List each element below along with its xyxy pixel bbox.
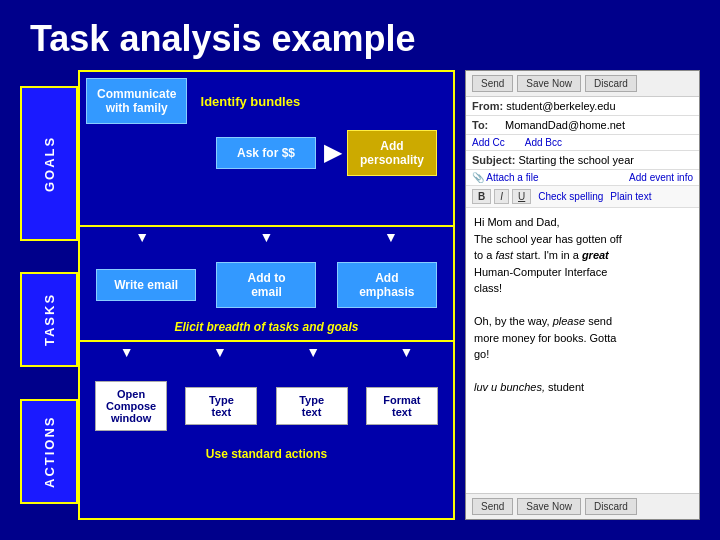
- plain-text-link[interactable]: Plain text: [610, 191, 651, 202]
- italic-button[interactable]: I: [494, 189, 509, 204]
- type-text-2-box: Type text: [276, 387, 348, 425]
- attach-row: 📎 Attach a file Add event info: [466, 170, 699, 186]
- add-personality-box: Add personality: [347, 130, 437, 176]
- body-line7b-text: send: [585, 315, 612, 327]
- down-arrow-1: ▼: [135, 229, 149, 245]
- subject-label: Subject:: [472, 154, 515, 166]
- body-line1: Hi Mom and Dad,: [474, 214, 691, 231]
- main-container: GOALS TASKS ACTIONS Communicate with fam…: [0, 70, 720, 530]
- tasks-section: Write email Add to email Add emphasis El…: [80, 247, 453, 342]
- open-compose-box: Open Compose window: [95, 381, 167, 431]
- from-label: From:: [472, 100, 503, 112]
- down-arrow-5: ▼: [213, 344, 227, 360]
- add-bcc-link[interactable]: Add Bcc: [525, 137, 562, 148]
- ask-for-box: Ask for $$: [216, 137, 316, 169]
- actions-section: Open Compose window Type text Type text …: [80, 362, 453, 467]
- subject-field[interactable]: [515, 153, 693, 167]
- down-arrow-4: ▼: [120, 344, 134, 360]
- use-standard-text: Use standard actions: [206, 447, 327, 461]
- arrow-personality-group: ▶ Add personality: [324, 130, 437, 176]
- bold-button[interactable]: B: [472, 189, 491, 204]
- email-body: Hi Mom and Dad, The school year has gott…: [466, 208, 699, 493]
- send-button[interactable]: Send: [472, 75, 513, 92]
- send-button-2[interactable]: Send: [472, 498, 513, 515]
- page-title: Task analysis example: [0, 0, 720, 70]
- tasks-actions-arrows: ▼ ▼ ▼ ▼: [80, 342, 453, 362]
- check-spelling-link[interactable]: Check spelling: [538, 191, 603, 202]
- save-now-button-2[interactable]: Save Now: [517, 498, 581, 515]
- body-great-text: great: [582, 249, 609, 261]
- email-preview: Send Save Now Discard From: To: Add Cc A…: [465, 70, 700, 520]
- body-line7: Oh, by the way, please send: [474, 313, 691, 330]
- body-line7-pre: Oh, by the way,: [474, 315, 553, 327]
- body-spacer2: [474, 363, 691, 380]
- down-arrow-7: ▼: [399, 344, 413, 360]
- body-luv-text: luv u bunches,: [474, 381, 545, 393]
- type-text-1-box: Type text: [185, 387, 257, 425]
- down-arrow-3: ▼: [384, 229, 398, 245]
- use-standard-label: Use standard actions: [86, 447, 447, 461]
- body-line5: class!: [474, 280, 691, 297]
- to-label: To:: [472, 119, 502, 131]
- body-student-text: student: [545, 381, 584, 393]
- body-spacer1: [474, 297, 691, 314]
- add-to-email-box: Add to email: [216, 262, 316, 308]
- elicit-label: Elicit breadth of tasks and goals: [86, 320, 447, 334]
- to-field[interactable]: [502, 118, 693, 132]
- subject-row: Subject:: [466, 151, 699, 170]
- body-fast-text: fast: [495, 249, 513, 261]
- communicate-box: Communicate with family: [86, 78, 187, 124]
- goals-label: GOALS: [20, 86, 78, 241]
- actions-label: ACTIONS: [20, 399, 78, 504]
- body-line3: to a fast start. I'm in a great: [474, 247, 691, 264]
- tasks-label: TASKS: [20, 272, 78, 367]
- body-line3b-text: start. I'm in a: [513, 249, 582, 261]
- body-line9: go!: [474, 346, 691, 363]
- goals-row1: Communicate with family Identify bundles: [86, 78, 447, 124]
- from-field[interactable]: [503, 99, 693, 113]
- left-panel: GOALS TASKS ACTIONS Communicate with fam…: [20, 70, 455, 520]
- goals-middle: Identify bundles: [195, 92, 305, 111]
- email-footer-toolbar: Send Save Now Discard: [466, 493, 699, 519]
- discard-button[interactable]: Discard: [585, 75, 637, 92]
- content-area: Communicate with family Identify bundles…: [78, 70, 455, 520]
- right-arrow-personality: ▶: [324, 140, 341, 166]
- down-arrow-2: ▼: [260, 229, 274, 245]
- actions-row: Open Compose window Type text Type text …: [86, 368, 447, 443]
- format-text-box: Format text: [366, 387, 438, 425]
- write-email-box: Write email: [96, 269, 196, 301]
- body-please-text: please: [553, 315, 585, 327]
- down-arrow-6: ▼: [306, 344, 320, 360]
- discard-button-2[interactable]: Discard: [585, 498, 637, 515]
- add-cc-link[interactable]: Add Cc: [472, 137, 505, 148]
- body-line11: luv u bunches, student: [474, 379, 691, 396]
- tasks-row: Write email Add to email Add emphasis: [86, 253, 447, 316]
- goals-tasks-arrows: ▼ ▼ ▼: [80, 227, 453, 247]
- label-column: GOALS TASKS ACTIONS: [20, 70, 78, 520]
- body-line3-pre: to a: [474, 249, 495, 261]
- goals-section: Communicate with family Identify bundles…: [80, 72, 453, 227]
- attach-link[interactable]: 📎 Attach a file: [472, 172, 538, 183]
- add-emphasis-box: Add emphasis: [337, 262, 437, 308]
- format-toolbar: B I U Check spelling Plain text: [466, 186, 699, 208]
- underline-button[interactable]: U: [512, 189, 531, 204]
- to-row: To:: [466, 116, 699, 135]
- save-now-button[interactable]: Save Now: [517, 75, 581, 92]
- body-line8: more money for books. Gotta: [474, 330, 691, 347]
- goals-row2: Ask for $$ ▶ Add personality: [86, 130, 447, 176]
- add-event-link[interactable]: Add event info: [629, 172, 693, 183]
- rows-wrapper: GOALS TASKS ACTIONS Communicate with fam…: [20, 70, 455, 520]
- elicit-label-text: Elicit breadth of tasks and goals: [174, 320, 358, 334]
- body-line2: The school year has gotten off: [474, 231, 691, 248]
- from-row: From:: [466, 97, 699, 116]
- cc-bcc-row: Add Cc Add Bcc: [466, 135, 699, 151]
- email-top-toolbar: Send Save Now Discard: [466, 71, 699, 97]
- identify-bundles-label: Identify bundles: [195, 92, 305, 111]
- page-background: Task analysis example GOALS TASKS ACTION…: [0, 0, 720, 540]
- body-line4: Human-Computer Interface: [474, 264, 691, 281]
